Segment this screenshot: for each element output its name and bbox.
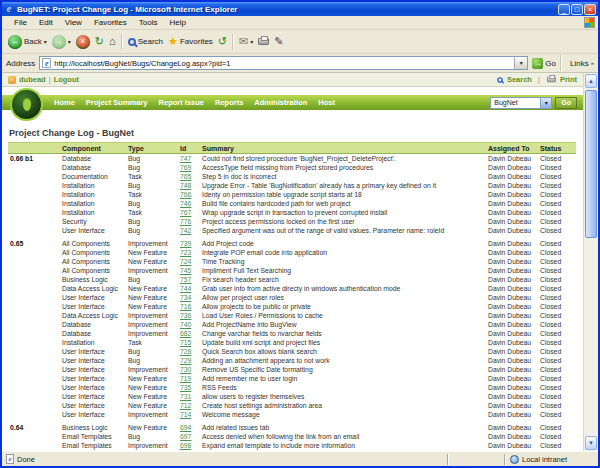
cell-assigned-to: Davin Dubeau (486, 217, 538, 226)
header-assigned-to[interactable]: Assigned To (486, 143, 538, 154)
page-print-link[interactable]: Print (560, 75, 577, 84)
nav-project-summary[interactable]: Project Summary (86, 98, 148, 107)
scroll-down-icon[interactable]: ▼ (585, 436, 597, 450)
close-button[interactable]: × (584, 4, 596, 15)
chevron-down-icon[interactable]: ▾ (540, 98, 551, 108)
issue-id-link[interactable]: 776 (180, 218, 191, 225)
cell-summary: Welcome message (200, 410, 486, 419)
issue-id-link[interactable]: 740 (180, 321, 191, 328)
forward-dropdown-icon[interactable]: ▾ (68, 38, 71, 45)
mail-button[interactable]: ✉ ▾ (239, 36, 253, 47)
issue-id-link[interactable]: 697 (180, 433, 191, 440)
minimize-button[interactable]: _ (558, 4, 570, 15)
scrollbar-thumb[interactable] (585, 90, 597, 238)
issue-id-link[interactable]: 739 (180, 240, 191, 247)
links-label: Links (570, 59, 589, 68)
issue-id-link[interactable]: 714 (180, 411, 191, 418)
issue-id-link[interactable]: 724 (180, 258, 191, 265)
print-button[interactable] (258, 38, 269, 45)
issue-id-link[interactable]: 765 (180, 173, 191, 180)
issue-id-link[interactable]: 712 (180, 402, 191, 409)
cell-id: 748 (178, 181, 200, 190)
cell-summary: Update build xml script and project file… (200, 338, 486, 347)
menu-help[interactable]: Help (163, 18, 191, 27)
issue-id-link[interactable]: 735 (180, 384, 191, 391)
issue-id-link[interactable]: 729 (180, 357, 191, 364)
issue-id-link[interactable]: 723 (180, 249, 191, 256)
issue-id-link[interactable]: 731 (180, 393, 191, 400)
issue-id-link[interactable]: 694 (180, 424, 191, 431)
search-button[interactable]: Search (128, 37, 163, 46)
nav-home[interactable]: Home (54, 98, 75, 107)
menu-tools[interactable]: Tools (133, 18, 164, 27)
address-field[interactable]: e ▾ (39, 56, 528, 70)
header-id[interactable]: Id (178, 143, 200, 154)
username-link[interactable]: dubead (19, 75, 46, 84)
nav-host[interactable]: Host (318, 98, 335, 107)
issue-id-link[interactable]: 769 (180, 164, 191, 171)
favorites-button[interactable]: ★ Favorites (168, 36, 213, 47)
globe-icon (510, 455, 519, 464)
edit-button[interactable]: ✎ (274, 36, 283, 47)
maximize-button[interactable]: □ (571, 4, 583, 15)
menu-view[interactable]: View (59, 18, 88, 27)
header-component[interactable]: Component (60, 143, 126, 154)
issue-id-link[interactable]: 766 (180, 191, 191, 198)
page-search-link[interactable]: Search (507, 75, 532, 84)
project-go-button[interactable]: Go (555, 97, 577, 109)
issue-id-link[interactable]: 734 (180, 294, 191, 301)
menu-edit[interactable]: Edit (33, 18, 59, 27)
address-dropdown-icon[interactable]: ▾ (514, 57, 527, 69)
project-select[interactable]: BugNet ▾ (490, 97, 552, 109)
logout-link[interactable]: Logout (54, 75, 79, 84)
mail-dropdown-icon[interactable]: ▾ (250, 38, 253, 45)
issue-id-link[interactable]: 747 (180, 155, 191, 162)
issue-id-link[interactable]: 736 (180, 312, 191, 319)
changelog-row: Email TemplatesImprovement698Expand emai… (8, 441, 576, 450)
issue-id-link[interactable]: 757 (180, 276, 191, 283)
cell-id: 739 (178, 239, 200, 248)
vertical-scrollbar[interactable]: ▲ ▼ (583, 73, 598, 451)
cell-summary: Add related issues tab (200, 423, 486, 432)
main-nav: Home Project Summary Report Issue Report… (2, 95, 583, 110)
cell-status: Closed (538, 401, 576, 410)
menu-favorites[interactable]: Favorites (88, 18, 133, 27)
scroll-up-icon[interactable]: ▲ (585, 74, 597, 88)
issue-id-link[interactable]: 715 (180, 339, 191, 346)
header-type[interactable]: Type (126, 143, 178, 154)
issue-id-link[interactable]: 728 (180, 348, 191, 355)
issue-id-link[interactable]: 682 (180, 330, 191, 337)
header-status[interactable]: Status (538, 143, 576, 154)
stop-button[interactable]: × (76, 35, 90, 49)
cell-component: All Components (60, 248, 126, 257)
cell-id: 728 (178, 347, 200, 356)
address-input[interactable] (54, 57, 511, 69)
menu-file[interactable]: File (8, 18, 33, 27)
home-button[interactable]: ⌂ (109, 36, 116, 47)
issue-id-link[interactable]: 716 (180, 303, 191, 310)
back-dropdown-icon[interactable]: ▾ (44, 38, 47, 45)
nav-report-issue[interactable]: Report Issue (159, 98, 204, 107)
issue-id-link[interactable]: 767 (180, 209, 191, 216)
nav-reports[interactable]: Reports (215, 98, 243, 107)
issue-id-link[interactable]: 742 (180, 227, 191, 234)
go-button[interactable]: → Go (532, 58, 556, 69)
header-summary[interactable]: Summary (200, 143, 486, 154)
history-button[interactable]: ↺ (218, 36, 227, 47)
issue-id-link[interactable]: 745 (180, 267, 191, 274)
cell-id: 735 (178, 383, 200, 392)
back-button[interactable]: ← Back ▾ (8, 35, 47, 49)
issue-id-link[interactable]: 748 (180, 182, 191, 189)
refresh-button[interactable]: ↻ (95, 36, 104, 47)
issue-id-link[interactable]: 746 (180, 200, 191, 207)
issue-id-link[interactable]: 719 (180, 375, 191, 382)
links-button[interactable]: Links » (566, 59, 594, 68)
forward-button[interactable]: → ▾ (52, 35, 71, 49)
issue-id-link[interactable]: 744 (180, 285, 191, 292)
nav-administration[interactable]: Administration (254, 98, 307, 107)
windows-logo-icon (584, 17, 595, 28)
bugnet-logo[interactable] (10, 88, 43, 121)
cell-summary: allow users to register themselves (200, 392, 486, 401)
issue-id-link[interactable]: 730 (180, 366, 191, 373)
issue-id-link[interactable]: 698 (180, 442, 191, 449)
